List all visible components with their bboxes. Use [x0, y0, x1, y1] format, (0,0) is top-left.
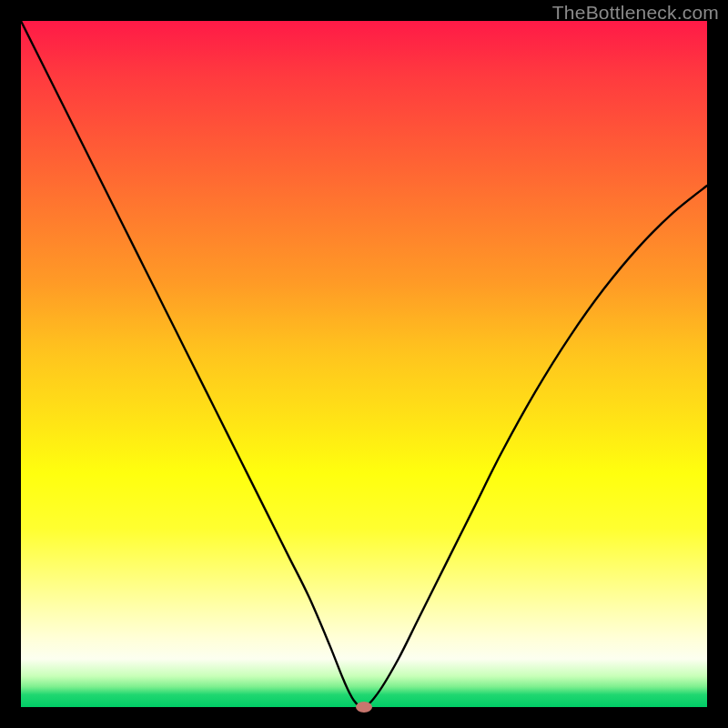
optimum-marker: [356, 702, 372, 713]
chart-frame: TheBottleneck.com: [0, 0, 728, 728]
watermark-text: TheBottleneck.com: [552, 2, 719, 24]
bottleneck-curve: [21, 21, 707, 707]
plot-area: [21, 21, 707, 707]
